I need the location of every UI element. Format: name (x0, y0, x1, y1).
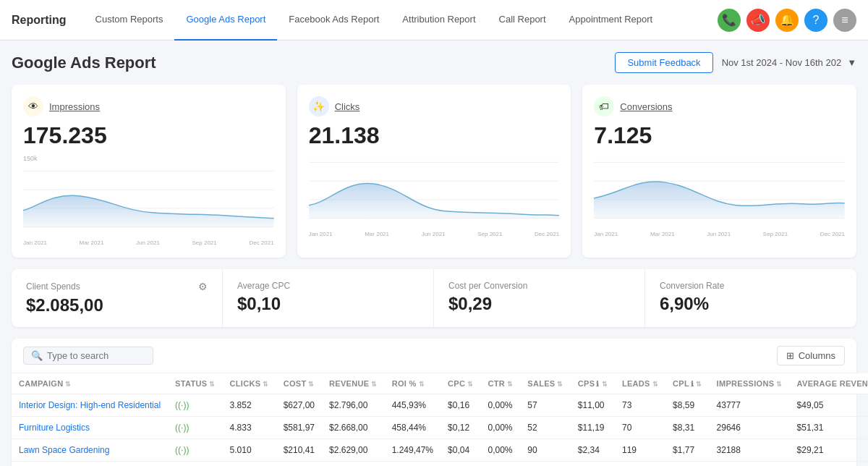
user-menu-icon[interactable]: ≡ (833, 9, 856, 32)
campaign-link[interactable]: Furniture Logistics (19, 423, 90, 433)
cps-help-icon[interactable]: ℹ (596, 380, 599, 388)
th-cost: COST⇅ (276, 373, 322, 394)
cell-ctr: 0,00% (480, 394, 520, 417)
sort-revenue-icon[interactable]: ⇅ (371, 381, 377, 388)
date-range: Nov 1st 2024 - Nov 16th 202 (722, 57, 842, 68)
cell-leads: 119 (615, 439, 665, 462)
sort-impressions-icon[interactable]: ⇅ (776, 381, 782, 388)
table-toolbar: 🔍 ⊞ Columns (12, 339, 856, 373)
brand-label[interactable]: Reporting (12, 14, 67, 27)
th-avg-revenue: AVERAGE REVENUE⇅ (790, 373, 868, 394)
cell-ctr: 0,00% (480, 417, 520, 439)
impressions-value: 175.235 (23, 122, 274, 149)
tab-custom-reports[interactable]: Custom Reports (84, 0, 175, 41)
cell-roi: 1.249,47% (385, 439, 441, 462)
kpi-clicks: ✨ Clicks 21.138 (297, 85, 571, 258)
bell-icon[interactable]: 🔔 (775, 9, 799, 32)
page-title: Google Ads Report (12, 54, 615, 72)
tab-facebook-ads[interactable]: Facebook Ads Report (277, 0, 391, 41)
status-active-icon: ((·)) (175, 445, 189, 455)
cell-status: ((·)) (168, 439, 222, 462)
cell-sales: 71 (520, 462, 571, 467)
cell-revenue: $2.668,00 (322, 417, 385, 439)
clicks-chart: Jan 2021Mar 2021Jun 2021Sep 2021Dec 2021 (309, 155, 560, 237)
cell-impressions: 35827 (710, 462, 790, 467)
cell-leads: 86 (615, 462, 665, 467)
sort-cpl-icon[interactable]: ⇅ (696, 381, 702, 388)
th-campaign: CAMPAIGN⇅ (12, 373, 168, 394)
tab-attribution[interactable]: Attribution Report (391, 0, 487, 41)
metric-average-cpc-label: Average CPC (237, 281, 290, 291)
help-icon[interactable]: ? (804, 9, 827, 32)
impressions-chart: 150kx (23, 155, 274, 246)
th-status: STATUS⇅ (168, 373, 222, 394)
metric-cost-per-conversion-value: $0,29 (448, 294, 630, 314)
th-cpl: CPLℹ⇅ (665, 373, 710, 394)
table-row: Interior Design: High-end Residential ((… (12, 394, 868, 417)
date-range-arrow[interactable]: ▼ (847, 57, 856, 68)
search-input[interactable] (47, 350, 145, 361)
impressions-icon: 👁 (23, 96, 43, 116)
sort-cpc-icon[interactable]: ⇅ (467, 381, 473, 388)
tab-google-ads[interactable]: Google Ads Report (174, 0, 277, 41)
cell-cost: $627,00 (276, 394, 322, 417)
sort-leads-icon[interactable]: ⇅ (652, 381, 658, 388)
sort-status-icon[interactable]: ⇅ (209, 381, 215, 388)
sort-cost-icon[interactable]: ⇅ (308, 381, 314, 388)
campaign-link[interactable]: Lawn Space Gardening (19, 445, 109, 455)
cell-sales: 57 (520, 394, 571, 417)
campaign-link[interactable]: Interior Design: High-end Residential (19, 400, 161, 410)
metric-cost-per-conversion-label: Cost per Conversion (448, 281, 527, 291)
cell-cpc: $0,16 (441, 394, 480, 417)
megaphone-icon[interactable]: 📣 (746, 9, 770, 32)
submit-feedback-button[interactable]: Submit Feedback (615, 52, 712, 73)
cell-cpl: $8,31 (665, 417, 710, 439)
sort-roi-icon[interactable]: ⇅ (419, 381, 425, 388)
th-roi: ROI %⇅ (385, 373, 441, 394)
phone-icon[interactable]: 📞 (718, 9, 741, 32)
conversions-chart: Jan 2021Mar 2021Jun 2021Sep 2021Dec 2021 (594, 155, 845, 237)
search-wrap: 🔍 (23, 347, 153, 365)
th-revenue: REVENUE⇅ (322, 373, 385, 394)
sort-ctr-icon[interactable]: ⇅ (507, 381, 513, 388)
impressions-label[interactable]: Impressions (49, 101, 100, 112)
cell-campaign: Lawn Space Gardening (12, 439, 168, 462)
th-clicks: CLICKS⇅ (223, 373, 276, 394)
clicks-label[interactable]: Clicks (335, 101, 360, 112)
tab-call-report[interactable]: Call Report (488, 0, 558, 41)
sort-campaign-icon[interactable]: ⇅ (65, 381, 71, 388)
metric-average-cpc-value: $0,10 (237, 294, 419, 314)
sort-cps-icon[interactable]: ⇅ (602, 381, 608, 388)
kpi-impressions: 👁 Impressions 175.235 150kx (12, 85, 286, 258)
cell-sales: 52 (520, 417, 571, 439)
metric-conversion-rate: Conversion Rate 6,90% (645, 269, 856, 327)
cell-ctr: 0,00% (480, 439, 520, 462)
cell-avg-revenue: $51,31 (790, 417, 868, 439)
cell-clicks: 3.818 (223, 462, 276, 467)
cell-cost: $210,41 (276, 439, 322, 462)
metric-client-spends: Client Spends ⚙ $2.085,00 (12, 269, 223, 327)
columns-button[interactable]: ⊞ Columns (777, 346, 845, 365)
metric-cost-per-conversion-header: Cost per Conversion (448, 281, 630, 291)
metric-client-spends-label: Client Spends (26, 281, 80, 292)
campaigns-table: CAMPAIGN⇅ STATUS⇅ CLICKS⇅ COST⇅ REVENUE⇅… (12, 373, 868, 466)
sort-clicks-icon[interactable]: ⇅ (263, 381, 268, 388)
cpl-help-icon[interactable]: ℹ (691, 380, 694, 388)
conversions-label[interactable]: Conversions (620, 101, 672, 112)
columns-button-label: Columns (799, 350, 835, 361)
cell-cost: $195,03 (276, 462, 322, 467)
sort-sales-icon[interactable]: ⇅ (557, 381, 563, 388)
tab-appointment[interactable]: Appointment Report (558, 0, 665, 41)
metrics-row: Client Spends ⚙ $2.085,00 Average CPC $0… (12, 269, 856, 327)
cell-campaign: Furniture Logistics (12, 417, 168, 439)
cell-cpc: $0,04 (441, 439, 480, 462)
cell-cpl: $2,27 (665, 462, 710, 467)
clicks-icon: ✨ (309, 96, 329, 116)
top-bar-icons: 📞 📣 🔔 ? ≡ (718, 9, 856, 32)
table-area: 🔍 ⊞ Columns CAMPAIGN⇅ STATUS⇅ CLICKS⇅ CO… (12, 339, 856, 466)
status-active-icon: ((·)) (175, 423, 189, 433)
table-row: Interior Design: Miami (H) 3.818 $195,03… (12, 462, 868, 467)
settings-icon[interactable]: ⚙ (198, 281, 208, 292)
th-cps: CPSℹ⇅ (571, 373, 615, 394)
cell-roi: 445,93% (385, 394, 441, 417)
